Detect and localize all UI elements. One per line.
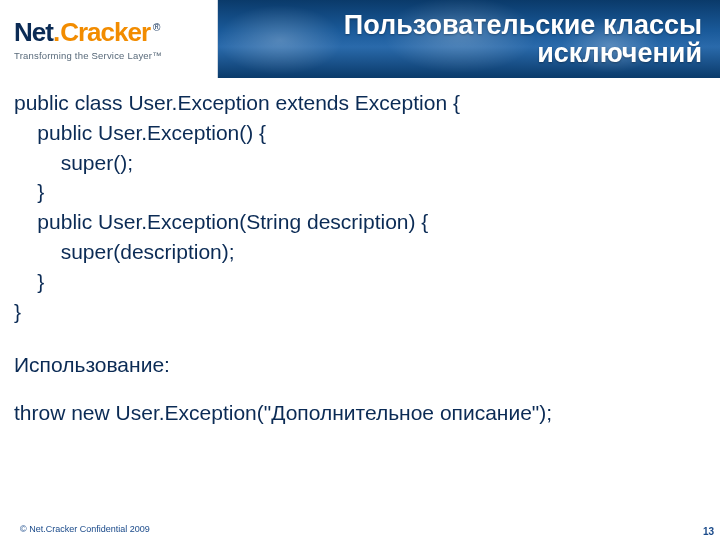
logo-registered-mark: ® (153, 22, 160, 33)
usage-label: Использование: (14, 353, 702, 377)
page-number: 13 (703, 526, 714, 537)
throw-statement: throw new User.Exception("Дополнительное… (14, 401, 702, 425)
footer-copyright: © Net.Cracker Confidential 2009 (20, 524, 150, 534)
slide-title: Пользовательские классы исключений (218, 0, 720, 78)
logo-text-dot: . (53, 17, 60, 48)
code-block: public class User.Exception extends Exce… (14, 88, 702, 327)
logo-text-net: Net (14, 17, 53, 48)
logo-block: Net . Cracker ® Transforming the Service… (0, 0, 218, 78)
logo-tagline: Transforming the Service Layer™ (14, 50, 217, 61)
logo-main: Net . Cracker ® (14, 17, 217, 48)
slide-title-line1: Пользовательские классы (344, 11, 702, 39)
slide-title-line2: исключений (537, 39, 702, 67)
slide-content: public class User.Exception extends Exce… (0, 78, 720, 425)
logo-text-cracker: Cracker (60, 17, 150, 48)
slide-header: Net . Cracker ® Transforming the Service… (0, 0, 720, 78)
